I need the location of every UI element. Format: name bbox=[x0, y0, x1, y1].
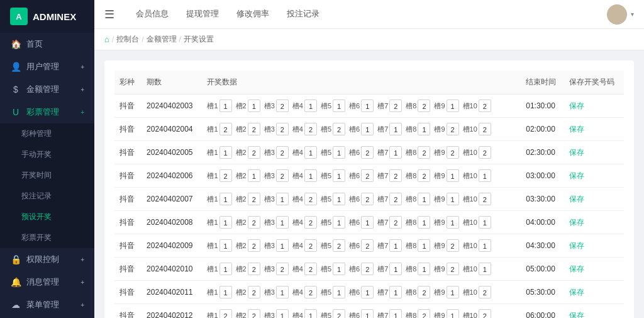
sidebar-icon-4: 🔒 bbox=[10, 254, 21, 264]
sidebar-sub-item-3-3[interactable]: 投注记录 bbox=[0, 186, 94, 207]
sidebar-sub-3: 彩种管理手动开奖开奖时间投注记录预设开奖彩票开奖 bbox=[0, 123, 94, 248]
save-button-3[interactable]: 保存 bbox=[569, 171, 584, 180]
table-row: 抖音20240402007槽11槽22槽31槽42槽51槽62槽72槽81槽91… bbox=[114, 188, 624, 211]
save-button-8[interactable]: 保存 bbox=[569, 288, 584, 297]
save-button-5[interactable]: 保存 bbox=[569, 218, 584, 227]
sidebar-item-1[interactable]: 👤 用户管理 + bbox=[0, 55, 94, 78]
cell-time-3: 03:00:00 bbox=[521, 164, 564, 188]
sidebar-item-3[interactable]: U 彩票管理 + bbox=[0, 101, 94, 123]
col-header-3: 结束时间 bbox=[521, 71, 564, 94]
logo-text: ADMINEX bbox=[33, 11, 76, 22]
save-button-1[interactable]: 保存 bbox=[569, 125, 584, 133]
prize-group-7-8: 槽81 bbox=[406, 263, 430, 275]
avatar[interactable] bbox=[607, 4, 627, 25]
content-area: 彩种期数开奖数据结束时间保存开奖号码 抖音20240402003槽11槽21槽3… bbox=[94, 50, 644, 318]
prize-group-7-10: 槽101 bbox=[463, 263, 491, 275]
prize-group-9-6: 槽61 bbox=[349, 309, 374, 318]
sidebar-expand-2: + bbox=[80, 86, 84, 93]
cell-prize-4: 槽11槽22槽31槽42槽51槽62槽72槽81槽91槽102 bbox=[202, 188, 521, 211]
save-button-2[interactable]: 保存 bbox=[569, 148, 584, 157]
prize-group-9-10: 槽102 bbox=[463, 309, 491, 318]
prize-group-8-4: 槽42 bbox=[292, 286, 317, 298]
table-card: 彩种期数开奖数据结束时间保存开奖号码 抖音20240402003槽11槽21槽3… bbox=[104, 60, 634, 318]
prize-group-5-6: 槽61 bbox=[349, 216, 374, 229]
sidebar-sub-item-3-1[interactable]: 手动开奖 bbox=[0, 144, 94, 165]
cell-period-7: 20240402010 bbox=[142, 258, 202, 281]
topnav-item-1[interactable]: 提现管理 bbox=[177, 0, 228, 29]
prize-group-0-5: 槽51 bbox=[321, 99, 345, 112]
col-header-4: 保存开奖号码 bbox=[564, 71, 624, 94]
prize-group-8-6: 槽61 bbox=[349, 286, 374, 298]
table-row: 抖音20240402004槽12槽22槽32槽42槽52槽61槽71槽81槽92… bbox=[114, 118, 624, 141]
prize-table: 彩种期数开奖数据结束时间保存开奖号码 抖音20240402003槽11槽21槽3… bbox=[114, 71, 624, 318]
sidebar-item-5[interactable]: 🔔 消息管理 + bbox=[0, 271, 94, 293]
prize-group-8-7: 槽71 bbox=[377, 286, 402, 298]
sidebar-item-0[interactable]: 🏠 首页 bbox=[0, 33, 94, 55]
prize-group-5-4: 槽42 bbox=[292, 216, 317, 229]
prize-group-5-1: 槽11 bbox=[207, 216, 231, 229]
sidebar-icon-5: 🔔 bbox=[10, 277, 21, 287]
sidebar-icon-6: ☁ bbox=[10, 300, 21, 310]
prize-group-4-10: 槽102 bbox=[463, 193, 491, 205]
prize-group-7-6: 槽62 bbox=[349, 263, 374, 275]
prize-group-7-4: 槽42 bbox=[292, 263, 317, 275]
prize-group-1-9: 槽92 bbox=[434, 123, 458, 135]
prize-group-3-8: 槽82 bbox=[406, 169, 430, 182]
cell-time-7: 05:00:00 bbox=[521, 258, 564, 281]
cell-period-4: 20240402007 bbox=[142, 188, 202, 211]
prize-group-7-2: 槽22 bbox=[236, 263, 260, 275]
cell-time-5: 04:00:00 bbox=[521, 211, 564, 234]
sidebar-item-4[interactable]: 🔒 权限控制 + bbox=[0, 248, 94, 271]
breadcrumb-home-icon: ⌂ bbox=[104, 35, 109, 44]
sidebar-sub-item-3-2[interactable]: 开奖时间 bbox=[0, 165, 94, 186]
topnav-item-3[interactable]: 投注记录 bbox=[278, 0, 328, 29]
prize-group-2-10: 槽102 bbox=[463, 146, 491, 159]
nav-toggle[interactable]: ☰ bbox=[104, 8, 114, 21]
prize-group-0-7: 槽72 bbox=[377, 99, 402, 112]
sidebar-item-6[interactable]: ☁ 菜单管理 + bbox=[0, 293, 94, 316]
prize-group-1-2: 槽22 bbox=[236, 123, 260, 135]
prize-group-4-5: 槽51 bbox=[321, 193, 345, 205]
prize-group-2-3: 槽32 bbox=[264, 146, 289, 159]
save-button-9[interactable]: 保存 bbox=[569, 311, 584, 319]
save-button-6[interactable]: 保存 bbox=[569, 241, 584, 250]
table-row: 抖音20240402003槽11槽21槽32槽41槽51槽61槽72槽82槽91… bbox=[114, 94, 624, 118]
cell-prize-5: 槽11槽22槽31槽42槽51槽61槽72槽81槽91槽101 bbox=[202, 211, 521, 234]
prize-group-0-9: 槽91 bbox=[434, 99, 458, 112]
sidebar-icon-0: 🏠 bbox=[10, 39, 21, 49]
topnav-item-0[interactable]: 会员信息 bbox=[127, 0, 177, 29]
sidebar-item-2[interactable]: $ 金额管理 + bbox=[0, 78, 94, 101]
topnav-item-2[interactable]: 修改佣率 bbox=[228, 0, 278, 29]
prize-group-5-5: 槽51 bbox=[321, 216, 345, 229]
save-button-7[interactable]: 保存 bbox=[569, 264, 584, 273]
prize-group-9-8: 槽82 bbox=[406, 309, 430, 318]
prize-group-2-9: 槽92 bbox=[434, 146, 458, 159]
prize-group-3-9: 槽91 bbox=[434, 169, 458, 182]
prize-group-1-7: 槽71 bbox=[377, 123, 402, 135]
cell-prize-2: 槽11槽22槽32槽41槽51槽62槽71槽82槽92槽102 bbox=[202, 141, 521, 164]
sidebar-label-1: 用户管理 bbox=[26, 61, 59, 72]
prize-group-6-1: 槽11 bbox=[207, 239, 231, 252]
avatar-dropdown-arrow[interactable]: ▾ bbox=[631, 11, 634, 18]
prize-group-8-3: 槽31 bbox=[264, 286, 289, 298]
prize-group-0-4: 槽41 bbox=[292, 99, 317, 112]
prize-group-5-7: 槽72 bbox=[377, 216, 402, 229]
prize-group-5-10: 槽101 bbox=[463, 216, 491, 229]
table-row: 抖音20240402006槽12槽21槽32槽41槽51槽62槽72槽82槽91… bbox=[114, 164, 624, 188]
sidebar-sub-item-3-0[interactable]: 彩种管理 bbox=[0, 123, 94, 144]
sidebar-sub-label-3-3: 投注记录 bbox=[21, 191, 52, 202]
prize-group-8-5: 槽51 bbox=[321, 286, 345, 298]
sidebar-sub-label-3-5: 彩票开奖 bbox=[21, 232, 52, 243]
sidebar-sub-label-3-0: 彩种管理 bbox=[21, 128, 52, 139]
logo[interactable]: A ADMINEX bbox=[0, 0, 94, 33]
sidebar-sub-item-3-5[interactable]: 彩票开奖 bbox=[0, 227, 94, 248]
sidebar-sub-item-3-4[interactable]: 预设开奖 bbox=[0, 207, 94, 227]
cell-prize-7: 槽11槽22槽32槽42槽51槽62槽71槽81槽92槽101 bbox=[202, 258, 521, 281]
save-button-0[interactable]: 保存 bbox=[569, 101, 584, 110]
cell-save-0: 保存 bbox=[564, 94, 624, 118]
prize-group-6-8: 槽81 bbox=[406, 239, 430, 252]
top-menu: 会员信息提现管理修改佣率投注记录 bbox=[127, 0, 607, 29]
sidebar-expand-6: + bbox=[80, 302, 84, 309]
save-button-4[interactable]: 保存 bbox=[569, 195, 584, 203]
prize-group-2-4: 槽41 bbox=[292, 146, 317, 159]
